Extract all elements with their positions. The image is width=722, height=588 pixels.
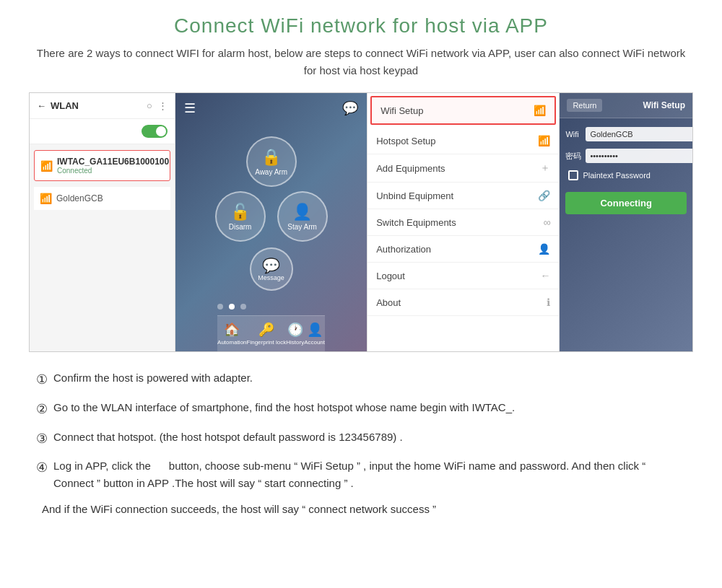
instruction-num-1: ①: [36, 369, 48, 390]
plaintext-checkbox[interactable]: [568, 170, 578, 180]
app-bottom-nav: 🏠 Automation 🔑 Fingerprint lock 🕐 Histor…: [217, 315, 325, 351]
logout-label: Logout: [376, 271, 405, 281]
switch-icon: ∞: [543, 216, 550, 228]
panel-wifi-setup: Return Wifi Setup Wifi 密码 Plaintext Pass…: [560, 93, 692, 351]
wifi-password-label: 密码: [565, 151, 581, 162]
wlan-network-other[interactable]: 📶 GoldenGCB: [34, 187, 170, 210]
menu-item-about[interactable]: About ℹ: [367, 289, 559, 316]
fingerprint-icon: 🔑: [258, 322, 274, 338]
nav-history[interactable]: 🕐 History: [286, 322, 304, 346]
menu-item-add-equipments[interactable]: Add Equipments ＋: [367, 154, 559, 183]
wlan-network-connected[interactable]: 📶 IWTAC_GA11EU6B1000100 Connected: [34, 150, 170, 181]
nav-automation[interactable]: 🏠 Automation: [217, 322, 246, 346]
dot-3: [240, 304, 246, 310]
wlan-header-icons: ○ ⋮: [147, 100, 168, 111]
stay-arm-label: Stay Arm: [287, 223, 317, 231]
back-arrow-icon: ←: [37, 100, 46, 111]
instruction-text-4: Log in APP, click the button, choose sub…: [53, 457, 686, 492]
return-button[interactable]: Return: [567, 99, 602, 112]
dot-1: [217, 304, 223, 310]
wifi-setup-icon: 📶: [534, 105, 546, 116]
unbind-label: Unbind Equipment: [376, 190, 453, 201]
chat-icon[interactable]: 💬: [342, 100, 358, 116]
network1-status: Connected: [57, 167, 169, 175]
panel-app: ☰ 💬 🔒 Away Arm 🔓 Disarm 👤 Stay Arm: [175, 93, 367, 351]
dot-2: [229, 304, 235, 310]
instruction-num-2: ②: [36, 399, 48, 420]
history-icon: 🕐: [287, 322, 303, 338]
wlan-back-title: ← WLAN: [37, 100, 79, 111]
wifi-signal-icon: 📶: [40, 160, 53, 172]
wifi-name-label: Wifi: [565, 130, 581, 139]
nav-history-label: History: [286, 339, 304, 346]
menu-item-authorization[interactable]: Authorization 👤: [367, 236, 559, 263]
account-icon: 👤: [307, 322, 323, 338]
away-arm-icon: 🔒: [261, 148, 281, 167]
menu-item-hotspot-setup[interactable]: Hotspot Setup 📶: [367, 128, 559, 154]
wifi-password-input[interactable]: [586, 149, 693, 163]
search-circle-icon: ○: [147, 100, 152, 111]
instruction-4: ④ Log in APP, click the button, choose s…: [36, 457, 686, 492]
nav-automation-label: Automation: [217, 339, 246, 346]
instruction-3: ③ Connect that hotspot. (the host hotspo…: [36, 429, 686, 449]
wifi-signal-icon2: 📶: [40, 193, 52, 204]
network1-name: IWTAC_GA11EU6B1000100: [57, 157, 169, 167]
menu-item-unbind[interactable]: Unbind Equipment 🔗: [367, 183, 559, 209]
instruction-text-3: Connect that hotspot. (the host hotspot …: [53, 429, 403, 446]
instruction-text-5: And if the WiFi connection succeeds, the…: [42, 501, 436, 518]
wifi-setup-header: Return Wifi Setup: [560, 93, 692, 118]
link-icon: 🔗: [538, 190, 550, 201]
hotspot-setup-icon: 📶: [538, 135, 550, 146]
instruction-5: And if the WiFi connection succeeds, the…: [36, 501, 686, 518]
more-icon: ⋮: [158, 100, 168, 111]
nav-account[interactable]: 👤 Account: [304, 322, 325, 346]
dots-indicator: [217, 304, 325, 310]
menu-item-wifi-setup[interactable]: Wifi Setup 📶: [370, 96, 556, 125]
wifi-setup-panel-title: Wifi Setup: [643, 100, 685, 110]
wifi-name-row: Wifi: [565, 127, 687, 141]
network2-name: GoldenGCB: [56, 193, 103, 203]
stay-arm-button[interactable]: 👤 Stay Arm: [277, 191, 328, 242]
nav-fingerprint-label: Fingerprint lock: [247, 339, 287, 346]
wlan-toggle[interactable]: [142, 125, 168, 138]
home-icon: 🏠: [224, 322, 240, 338]
plaintext-label: Plaintext Password: [583, 171, 651, 180]
instruction-num-4: ④: [36, 457, 48, 478]
menu-item-logout[interactable]: Logout ←: [367, 263, 559, 289]
stay-arm-icon: 👤: [292, 203, 312, 221]
arm-row-middle: 🔓 Disarm 👤 Stay Arm: [215, 191, 328, 242]
disarm-button[interactable]: 🔓 Disarm: [215, 191, 266, 242]
message-icon: 💬: [262, 257, 280, 274]
message-button[interactable]: 💬 Message: [250, 247, 293, 291]
away-arm-button[interactable]: 🔒 Away Arm: [246, 136, 297, 187]
wifi-form: Wifi 密码 Plaintext Password: [560, 118, 692, 189]
instruction-num-3: ③: [36, 429, 48, 449]
connecting-button[interactable]: Connecting: [565, 192, 687, 214]
app-top-bar: ☰ 💬: [175, 100, 367, 116]
logout-icon: ←: [540, 270, 550, 281]
message-label: Message: [258, 274, 284, 281]
authorization-label: Authorization: [376, 244, 431, 255]
wlan-title: WLAN: [51, 100, 79, 111]
arm-buttons: 🔒 Away Arm 🔓 Disarm 👤 Stay Arm 💬 Message: [215, 136, 328, 291]
instruction-2: ② Go to the WLAN interface of smartphone…: [36, 399, 686, 420]
hamburger-icon[interactable]: ☰: [184, 100, 196, 116]
panel-wlan: ← WLAN ○ ⋮ 📶 IWTAC_GA11EU6B1000100 Conne…: [30, 93, 175, 351]
arm-row-top: 🔒 Away Arm: [246, 136, 297, 187]
wifi-name-input[interactable]: [586, 127, 693, 141]
instructions: ① Confirm the host is powered with adapt…: [29, 369, 693, 518]
switch-label: Switch Equipments: [376, 217, 456, 228]
wifi-password-row: 密码: [565, 149, 687, 163]
add-icon: ＋: [540, 162, 550, 175]
hotspot-setup-label: Hotspot Setup: [376, 136, 435, 146]
info-icon: ℹ: [547, 297, 550, 308]
instruction-1: ① Confirm the host is powered with adapt…: [36, 369, 686, 390]
disarm-icon: 🔓: [230, 203, 250, 221]
panel-menu: Wifi Setup 📶 Hotspot Setup 📶 Add Equipme…: [367, 93, 560, 351]
menu-item-switch[interactable]: Switch Equipments ∞: [367, 209, 559, 236]
plaintext-row: Plaintext Password: [565, 170, 687, 180]
wlan-header: ← WLAN ○ ⋮: [30, 93, 175, 119]
instruction-text-1: Confirm the host is powered with adapter…: [53, 369, 253, 387]
add-equipments-label: Add Equipments: [376, 163, 445, 174]
nav-fingerprint[interactable]: 🔑 Fingerprint lock: [247, 322, 287, 346]
